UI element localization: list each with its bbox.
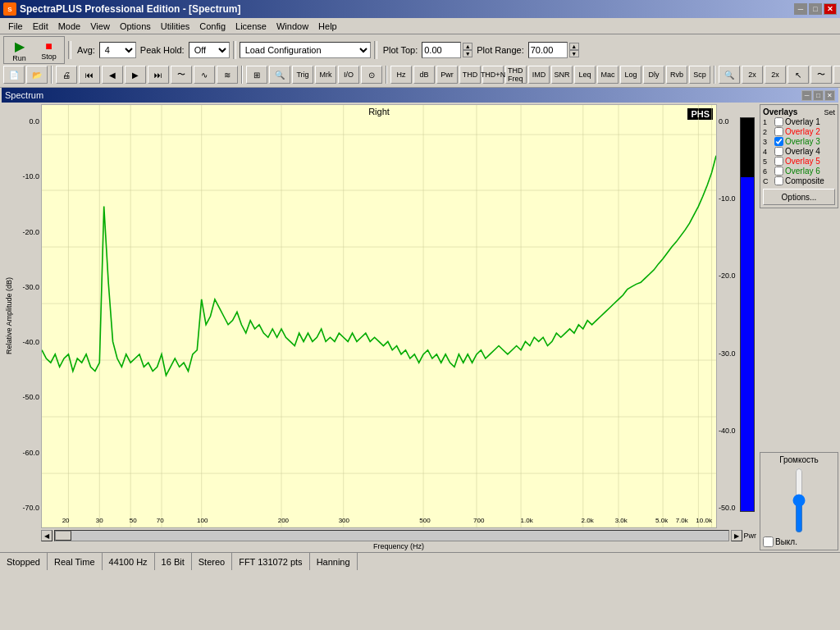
back[interactable]: ◀ (102, 66, 123, 84)
volume-slider[interactable] (791, 468, 807, 533)
bar-btn[interactable]: ▦ (833, 66, 840, 84)
zoom-out2[interactable]: 2x (765, 66, 786, 84)
overlay-5-label: Overlay 5 (785, 157, 820, 166)
overlay-row-4: 4 Overlay 4 (763, 147, 835, 156)
menu-window[interactable]: Window (272, 20, 313, 33)
wave-btn[interactable]: 〜 (171, 66, 192, 84)
zoom-in[interactable]: 🔍 (719, 66, 740, 84)
leq-btn[interactable]: Leq (574, 66, 596, 84)
scrollbar-track[interactable] (54, 530, 729, 541)
imd-btn[interactable]: IMD (528, 66, 550, 84)
mute-checkbox[interactable] (763, 536, 774, 547)
menu-view[interactable]: View (85, 20, 115, 33)
menu-utilities[interactable]: Utilities (156, 20, 194, 33)
peak-hold-select[interactable]: OffOn (189, 42, 230, 58)
thd-btn[interactable]: THD (459, 66, 481, 84)
zoom2x[interactable]: 2x (742, 66, 763, 84)
db-btn[interactable]: dB (413, 66, 435, 84)
maximize-button[interactable]: □ (809, 3, 822, 15)
rvb-btn[interactable]: Rvb (666, 66, 687, 84)
overlay-5-checkbox[interactable] (774, 157, 783, 166)
menu-license[interactable]: License (231, 20, 272, 33)
new-button[interactable]: 📄 (3, 66, 25, 84)
thdn-btn[interactable]: THD+N (482, 66, 504, 84)
open-button[interactable]: 📂 (26, 66, 48, 84)
dly-btn[interactable]: Dly (643, 66, 664, 84)
fast-back[interactable]: ⏮ (79, 66, 100, 84)
inner-min-button[interactable]: ─ (801, 90, 812, 101)
grid-btn[interactable]: ⊞ (246, 66, 267, 84)
spectrum-chart (42, 105, 716, 527)
plot-top-label: Plot Top: (381, 45, 421, 55)
multi-btn[interactable]: ≋ (217, 66, 238, 84)
scrollbar-thumb[interactable] (55, 531, 71, 541)
scroll-right-button[interactable]: ▶ (731, 530, 742, 541)
snr-btn[interactable]: SNR (551, 66, 573, 84)
overlay-1-checkbox[interactable] (774, 117, 783, 126)
log-btn[interactable]: Log (620, 66, 641, 84)
menu-options[interactable]: Options (115, 20, 156, 33)
forward[interactable]: ▶ (125, 66, 146, 84)
io-btn[interactable]: I/O (338, 66, 359, 84)
menu-edit[interactable]: Edit (28, 20, 53, 33)
menu-config[interactable]: Config (194, 20, 231, 33)
main-area: Relative Amplitude (dB) 0.0 -10.0 -20.0 … (0, 103, 840, 552)
plot-range-label: Plot Range: (474, 45, 526, 55)
run-button[interactable]: ▶ Run (5, 38, 34, 62)
close-button[interactable]: ✕ (824, 3, 837, 15)
fast-forward[interactable]: ⏭ (148, 66, 169, 84)
right-y-4: -40.0 (719, 427, 740, 435)
wave2-btn[interactable]: 〜 (810, 66, 832, 84)
right-y-1: -10.0 (719, 194, 740, 203)
y-label-4: -40.0 (16, 338, 39, 346)
menu-mode[interactable]: Mode (53, 20, 86, 33)
thdfreq-btn[interactable]: THD Freq (505, 66, 527, 84)
osc-btn[interactable]: ⊙ (361, 66, 382, 84)
scp-btn[interactable]: Scp (689, 66, 710, 84)
hz-btn[interactable]: Hz (390, 66, 412, 84)
overlay-3-checkbox[interactable] (774, 137, 783, 146)
zoom-btn[interactable]: 🔍 (269, 66, 290, 84)
pwr-btn[interactable]: Pwr (436, 66, 458, 84)
overlay-6-checkbox[interactable] (774, 167, 783, 176)
minimize-button[interactable]: ─ (794, 3, 807, 15)
volume-section: Громкость Выкл. (760, 452, 838, 550)
mrk-btn[interactable]: Mrk (315, 66, 336, 84)
menu-file[interactable]: File (3, 20, 28, 33)
overlay-c-checkbox[interactable] (774, 176, 783, 185)
signal-btn[interactable]: ∿ (194, 66, 215, 84)
plot-range-down[interactable]: ▼ (569, 50, 579, 57)
stop-button[interactable]: ■ Stop (34, 38, 63, 62)
sep-r2-1 (51, 66, 52, 84)
plot-top-input[interactable] (422, 42, 461, 58)
separator-1 (68, 41, 71, 59)
mac-btn[interactable]: Mac (597, 66, 619, 84)
overlay-4-label: Overlay 4 (785, 147, 820, 156)
plot-top-spinner[interactable]: ▲ ▼ (463, 43, 472, 57)
menu-help[interactable]: Help (313, 20, 342, 33)
print-button[interactable]: 🖨 (56, 66, 77, 84)
inner-close-button[interactable]: ✕ (824, 90, 835, 101)
plot-range-input[interactable] (528, 42, 568, 58)
y-axis-label: Relative Amplitude (dB) (5, 277, 13, 354)
status-stopped: Stopped (0, 553, 48, 570)
mute-label: Выкл. (775, 537, 797, 546)
toolbar-row-2: 📄 📂 🖨 ⏮ ◀ ▶ ⏭ 〜 ∿ ≋ ⊞ 🔍 Trig Mrk I/O ⊙ H… (3, 66, 837, 84)
trig-btn[interactable]: Trig (292, 66, 313, 84)
avg-select[interactable]: 412816 (99, 42, 136, 58)
status-window: Hanning (310, 553, 358, 570)
plot-top-down[interactable]: ▼ (463, 50, 472, 57)
inner-max-button[interactable]: □ (813, 90, 824, 101)
cursor-btn[interactable]: ↖ (788, 66, 809, 84)
options-button[interactable]: Options... (763, 189, 835, 205)
overlay-4-checkbox[interactable] (774, 147, 783, 156)
plot-range-spinner[interactable]: ▲ ▼ (569, 43, 579, 57)
plot-range-up[interactable]: ▲ (569, 43, 579, 50)
scroll-left-button[interactable]: ◀ (41, 530, 52, 541)
overlay-6-label: Overlay 6 (785, 167, 820, 176)
overlays-panel: Overlays Set 1 Overlay 1 2 Overlay 2 3 O… (760, 104, 838, 208)
load-config-select[interactable]: Load Configuration (240, 42, 371, 58)
peak-hold-label: Peak Hold: (138, 45, 187, 55)
plot-top-up[interactable]: ▲ (463, 43, 472, 50)
overlay-2-checkbox[interactable] (774, 127, 783, 136)
